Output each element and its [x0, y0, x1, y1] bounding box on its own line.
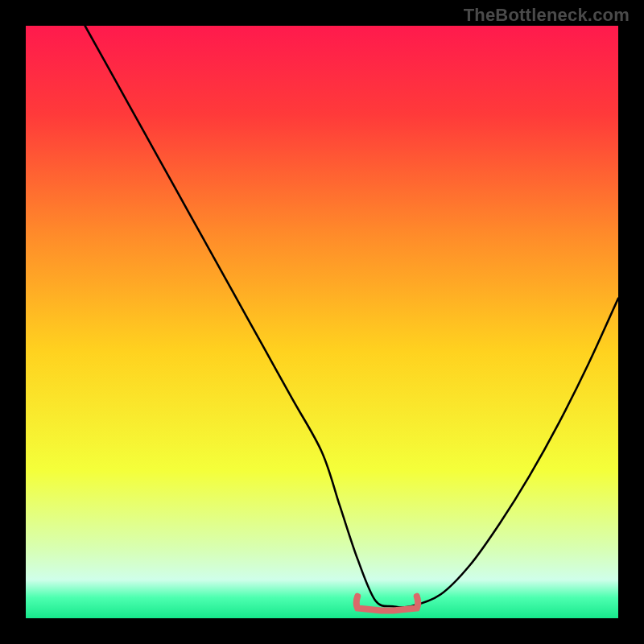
- bottleneck-curve: [85, 26, 618, 608]
- plot-area: [26, 26, 618, 618]
- curve-layer: [26, 26, 618, 618]
- chart-root: TheBottleneck.com: [0, 0, 644, 644]
- watermark-text: TheBottleneck.com: [464, 5, 630, 26]
- optimum-marker: [357, 597, 419, 611]
